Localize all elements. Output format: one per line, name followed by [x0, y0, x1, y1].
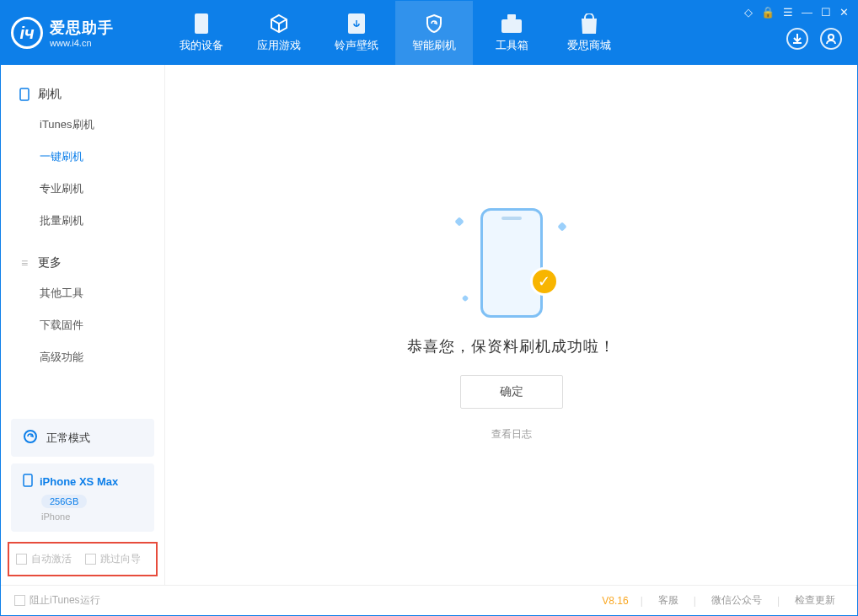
- ok-button[interactable]: 确定: [460, 375, 563, 409]
- menu-lines-icon: ≡: [18, 256, 31, 270]
- app-title: 爱思助手: [50, 18, 114, 38]
- sidebar-item-oneclick-flash[interactable]: 一键刷机: [1, 141, 164, 173]
- check-badge-icon: ✓: [530, 267, 559, 296]
- nav-tab-toolbox[interactable]: 工具箱: [473, 1, 550, 65]
- nav-label: 智能刷机: [412, 38, 456, 53]
- section-label: 更多: [38, 255, 62, 271]
- footer-link-support[interactable]: 客服: [650, 593, 687, 608]
- svg-rect-5: [20, 88, 29, 100]
- nav-tab-ringtones[interactable]: 铃声壁纸: [318, 1, 395, 65]
- maximize-button[interactable]: ☐: [821, 6, 831, 19]
- phone-icon: [190, 13, 212, 35]
- success-message: 恭喜您，保资料刷机成功啦！: [407, 336, 615, 356]
- app-header: iч 爱思助手 www.i4.cn 我的设备 应用游戏 铃声壁纸 智能刷机 工具…: [1, 1, 857, 65]
- download-icon[interactable]: [786, 28, 808, 50]
- device-storage-badge: 256GB: [41, 495, 87, 508]
- user-icon[interactable]: [820, 28, 842, 50]
- nav-label: 爱思商城: [567, 38, 611, 53]
- device-type-label: iPhone: [41, 512, 142, 522]
- svg-point-4: [829, 35, 834, 40]
- refresh-shield-icon: [423, 13, 445, 35]
- minimize-button[interactable]: —: [802, 6, 812, 19]
- svg-rect-2: [501, 19, 522, 33]
- device-card[interactable]: iPhone XS Max 256GB iPhone: [11, 463, 154, 532]
- sidebar-section-flash: 刷机: [1, 80, 164, 109]
- checkbox-icon: [14, 595, 25, 606]
- sidebar-item-pro-flash[interactable]: 专业刷机: [1, 173, 164, 205]
- checkbox-label: 跳过向导: [100, 552, 141, 566]
- nav-tab-flash[interactable]: 智能刷机: [395, 1, 473, 65]
- version-label: V8.16: [602, 595, 628, 607]
- checkbox-label: 阻止iTunes运行: [29, 593, 100, 608]
- svg-rect-0: [195, 13, 208, 34]
- nav-label: 我的设备: [180, 38, 223, 53]
- checkbox-block-itunes[interactable]: 阻止iTunes运行: [14, 593, 100, 608]
- cube-icon: [268, 13, 290, 35]
- shopping-bag-icon: [578, 13, 600, 35]
- phone-frame-icon: [480, 208, 543, 318]
- window-controls: ◇ 🔒 ☰ — ☐ ✕: [744, 6, 849, 19]
- nav-tabs: 我的设备 应用游戏 铃声壁纸 智能刷机 工具箱 爱思商城: [163, 1, 628, 65]
- svg-rect-7: [24, 474, 32, 486]
- sync-icon: [23, 429, 38, 447]
- sidebar-item-batch-flash[interactable]: 批量刷机: [1, 205, 164, 237]
- sidebar-item-itunes-flash[interactable]: iTunes刷机: [1, 109, 164, 141]
- nav-tab-apps[interactable]: 应用游戏: [240, 1, 318, 65]
- menu-icon[interactable]: ☰: [783, 6, 793, 19]
- logo-icon: iч: [11, 17, 43, 49]
- status-mode-card[interactable]: 正常模式: [11, 419, 154, 457]
- footer-link-update[interactable]: 检查更新: [786, 593, 844, 608]
- device-name-label: iPhone XS Max: [40, 475, 118, 488]
- app-url: www.i4.cn: [50, 38, 114, 48]
- sidebar-section-more: ≡ 更多: [1, 249, 164, 277]
- section-label: 刷机: [38, 87, 62, 102]
- header-actions: [786, 28, 842, 50]
- sidebar-item-other-tools[interactable]: 其他工具: [1, 277, 164, 309]
- footer: 阻止iTunes运行 V8.16 | 客服 | 微信公众号 | 检查更新: [1, 585, 857, 615]
- toolbox-icon: [501, 13, 523, 35]
- options-highlight-box: 自动激活 跳过向导: [8, 542, 158, 576]
- device-phone-icon: [23, 474, 33, 490]
- svg-rect-3: [507, 14, 516, 19]
- phone-outline-icon: [18, 88, 31, 101]
- checkbox-skip-guide[interactable]: 跳过向导: [85, 552, 141, 566]
- music-file-icon: [346, 13, 367, 35]
- lock-icon[interactable]: 🔒: [761, 6, 775, 19]
- status-mode-label: 正常模式: [46, 431, 90, 446]
- checkbox-icon: [85, 554, 96, 565]
- footer-link-wechat[interactable]: 微信公众号: [703, 593, 770, 608]
- main-content: ✓ 恭喜您，保资料刷机成功啦！ 确定 查看日志: [165, 65, 857, 585]
- nav-label: 应用游戏: [257, 38, 301, 53]
- checkbox-icon: [16, 554, 27, 565]
- checkbox-label: 自动激活: [31, 552, 72, 566]
- sidebar: 刷机 iTunes刷机 一键刷机 专业刷机 批量刷机 ≡ 更多 其他工具 下载固…: [1, 65, 165, 585]
- svg-point-6: [24, 431, 36, 442]
- nav-tab-device[interactable]: 我的设备: [163, 1, 240, 65]
- checkbox-auto-activate[interactable]: 自动激活: [16, 552, 72, 566]
- nav-label: 工具箱: [496, 38, 528, 53]
- success-illustration: ✓: [453, 208, 571, 318]
- sidebar-item-download-firmware[interactable]: 下载固件: [1, 309, 164, 341]
- logo-area: iч 爱思助手 www.i4.cn: [11, 17, 163, 49]
- view-log-link[interactable]: 查看日志: [491, 427, 532, 442]
- nav-label: 铃声壁纸: [335, 38, 378, 53]
- shirt-icon[interactable]: ◇: [744, 6, 753, 19]
- close-button[interactable]: ✕: [839, 6, 849, 19]
- nav-tab-store[interactable]: 爱思商城: [550, 1, 628, 65]
- sidebar-item-advanced[interactable]: 高级功能: [1, 341, 164, 373]
